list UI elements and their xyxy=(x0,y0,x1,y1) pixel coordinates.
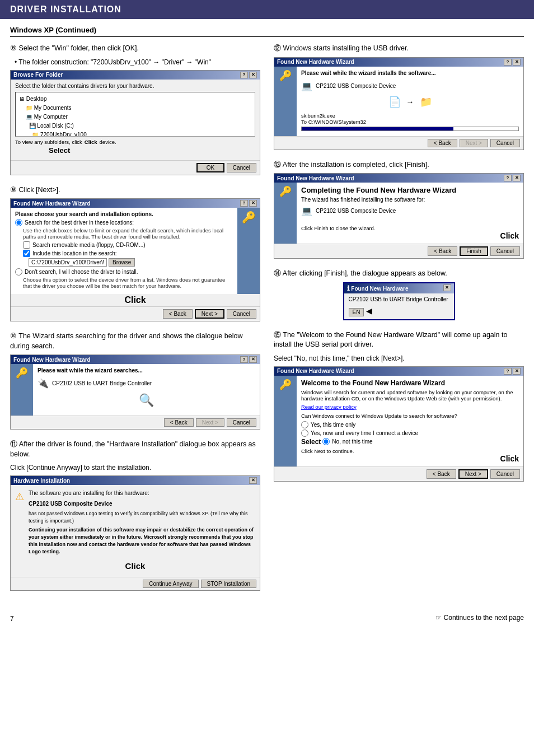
step10-search-icon: 🔍 xyxy=(38,393,255,408)
step9-desc: Please choose your search and installati… xyxy=(15,211,233,217)
step15-title2: Select "No, not this time," then click [… xyxy=(274,353,524,363)
step11-continue-btn[interactable]: Continue Anyway xyxy=(143,580,198,588)
step15-num: ⑮ xyxy=(274,331,281,339)
step8-folder-tree[interactable]: 🖥 Desktop 📁 My Documents 💻 My Computer 💾… xyxy=(15,92,255,137)
step13-help-btn[interactable]: ? xyxy=(504,175,512,181)
step11-warning2: has not passed Windows Logo testing to v… xyxy=(29,510,255,525)
step10-footer: < Back Next > Cancel xyxy=(11,416,260,429)
step11-device: CP2102 USB Composite Device xyxy=(29,500,255,508)
step14-close-btn[interactable]: ✕ xyxy=(443,284,451,291)
step8-dialog-footer: OK Cancel xyxy=(11,160,260,175)
step8-cancel-btn[interactable]: Cancel xyxy=(227,163,256,172)
step15-help-btn[interactable]: ? xyxy=(504,368,512,375)
step9-radio1[interactable] xyxy=(15,219,22,226)
step15-back-btn[interactable]: < Back xyxy=(427,469,456,479)
header-bar: DRIVER INSTALLATION xyxy=(0,0,534,19)
step13-finish-btn[interactable]: Finish xyxy=(460,246,488,256)
step15-welcome-desc: Windows will search for current and upda… xyxy=(301,389,519,402)
step12-close-btn[interactable]: ✕ xyxy=(513,59,521,66)
step8-dialog: Browse For Folder ? ✕ Select the folder … xyxy=(10,70,260,175)
step9-footer: < Back Next > Cancel xyxy=(11,306,260,321)
step15-radio-yes1[interactable] xyxy=(301,421,308,428)
step11-stop-btn[interactable]: STOP Installation xyxy=(201,580,256,588)
step9-dialog: Found New Hardware Wizard ? ✕ Please cho… xyxy=(10,198,260,321)
step-15: ⑮ The "Welcom to the Found New Hardware … xyxy=(274,330,524,482)
step10-desc: Please wait while the wizard searches... xyxy=(38,367,255,374)
step15-cancel-btn[interactable]: Cancel xyxy=(490,469,520,479)
step13-close-btn[interactable]: ✕ xyxy=(513,175,521,181)
step-9: ⑨ Click [Next>]. Found New Hardware Wiza… xyxy=(10,185,260,322)
step-13: ⑬ After the installation is completed, c… xyxy=(274,160,524,259)
step14-num: ⑭ xyxy=(274,269,281,277)
step9-radio2[interactable] xyxy=(15,268,22,276)
step12-back-btn[interactable]: < Back xyxy=(428,139,457,147)
step14-device: CP2102 USB to UART Bridge Controller xyxy=(349,296,449,302)
step11-dialog: Hardware Installation ✕ ⚠ The software y… xyxy=(10,475,260,591)
step12-progress xyxy=(301,127,519,131)
step12-next-btn: Next > xyxy=(460,139,488,147)
step11-footer: Continue Anyway STOP Installation xyxy=(11,577,260,590)
step9-browse-btn[interactable]: Browse xyxy=(109,258,135,267)
step9-check2[interactable] xyxy=(23,250,30,257)
continues-note: ☞ Continues to the next page xyxy=(435,614,524,622)
step9-num: ⑨ xyxy=(10,186,17,194)
step10-dialog: Found New Hardware Wizard ? ✕ 🔑 Please w… xyxy=(10,354,260,430)
step12-titlebar: Found New Hardware Wizard ? ✕ xyxy=(274,58,523,67)
step9-check1[interactable] xyxy=(23,241,30,249)
step13-footer: < Back Finish Cancel xyxy=(274,244,523,258)
step15-dialog: Found New Hardware Wizard ? ✕ 🔑 Welcome … xyxy=(274,366,524,482)
step15-welcome-title: Welcome to the Found New Hardware Wizard xyxy=(301,379,519,387)
step14-dialog-title: Found New Hardware xyxy=(351,286,408,292)
step10-cancel-btn[interactable]: Cancel xyxy=(227,418,256,427)
step10-help-btn[interactable]: ? xyxy=(240,356,248,363)
step15-radio-yes2[interactable] xyxy=(301,430,308,437)
step11-titlebar: Hardware Installation ✕ xyxy=(11,476,260,485)
step-12: ⑫ Windows starts installing the USB driv… xyxy=(274,44,524,150)
step15-select-label: Select xyxy=(301,438,321,446)
step9-path-input[interactable] xyxy=(29,258,107,267)
step11-num: ⑪ xyxy=(10,440,17,448)
step9-close-btn[interactable]: ✕ xyxy=(249,200,257,207)
step9-click-label: Click xyxy=(11,294,260,306)
step9-dialog-titlebar: Found New Hardware Wizard ? ✕ xyxy=(11,199,260,208)
step12-desc: Please wait while the wizard installs th… xyxy=(301,70,519,76)
step15-next-note: Click Next to continue. xyxy=(301,448,519,454)
step12-title: Windows starts installing the USB driver… xyxy=(283,44,408,52)
step12-file-dest: To C:\WINDOWS\system32 xyxy=(301,119,519,125)
step15-question: Can Windows connect to Windows Update to… xyxy=(301,413,519,419)
dialog-close-btn[interactable]: ✕ xyxy=(249,72,257,78)
step12-num: ⑫ xyxy=(274,44,281,52)
step13-cancel-btn[interactable]: Cancel xyxy=(490,246,520,256)
step9-cancel-btn[interactable]: Cancel xyxy=(227,309,256,319)
step10-next-btn: Next > xyxy=(196,418,224,427)
step15-radio-no[interactable] xyxy=(322,438,330,445)
step8-subtext: To view any subfolders, click xyxy=(15,139,82,145)
step10-back-btn[interactable]: < Back xyxy=(164,418,194,427)
step8-select-label: Select xyxy=(49,146,70,155)
dialog-help-btn[interactable]: ? xyxy=(240,72,248,78)
step-14: ⑭ After clicking [Finish], the dialogue … xyxy=(274,269,524,320)
windows-xp-subtitle: Windows XP (Continued) xyxy=(10,26,524,37)
step12-cancel-btn[interactable]: Cancel xyxy=(490,139,520,147)
step9-back-btn[interactable]: < Back xyxy=(163,309,193,319)
step11-close-btn[interactable]: ✕ xyxy=(249,477,257,484)
step13-back-btn[interactable]: < Back xyxy=(428,246,457,256)
step8-bullet: The folder construction: "7200UsbDrv_v10… xyxy=(18,58,211,66)
step13-title: After the installation is completed, cli… xyxy=(283,161,429,169)
step-8: ⑧ Select the "Win" folder, then click [O… xyxy=(10,44,260,175)
step15-click-label: Click xyxy=(301,454,519,463)
step15-privacy-link[interactable]: Read our privacy policy xyxy=(301,404,519,410)
step15-close-btn[interactable]: ✕ xyxy=(513,368,521,375)
step10-close-btn[interactable]: ✕ xyxy=(249,356,257,363)
step10-device: CP2102 USB to UART Bridge Controller xyxy=(52,380,152,386)
step9-help-btn[interactable]: ? xyxy=(240,200,248,207)
step8-click-label: Click xyxy=(85,139,97,145)
step8-ok-btn[interactable]: OK xyxy=(196,163,224,172)
step12-help-btn[interactable]: ? xyxy=(504,59,512,66)
step8-title: Select the "Win" folder, then click [OK]… xyxy=(18,44,139,52)
step9-radio1-desc: Use the check boxes below to limit or ex… xyxy=(23,227,233,240)
step15-next-btn[interactable]: Next > xyxy=(458,469,488,479)
step9-next-btn[interactable]: Next > xyxy=(195,309,224,319)
step12-dialog: Found New Hardware Wizard ? ✕ 🔑 Please w… xyxy=(274,57,524,150)
step13-titlebar: Found New Hardware Wizard ? ✕ xyxy=(274,174,523,183)
